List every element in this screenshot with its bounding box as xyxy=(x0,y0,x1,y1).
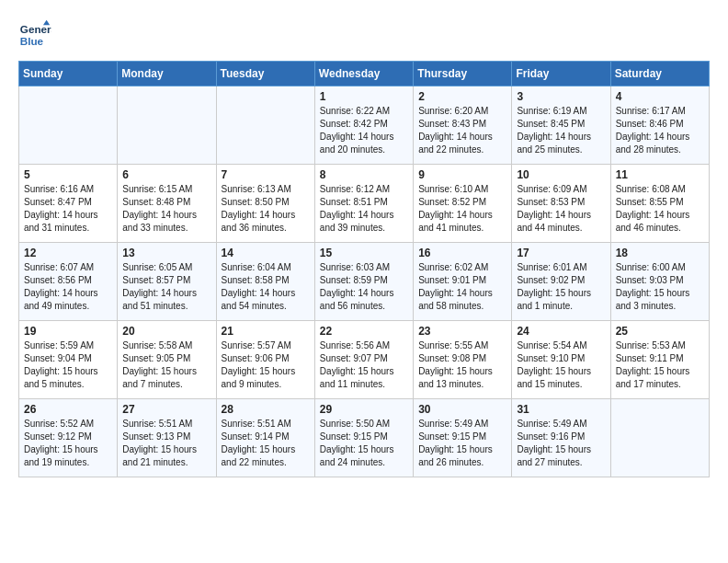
calendar-cell: 19Sunrise: 5:59 AM Sunset: 9:04 PM Dayli… xyxy=(19,321,118,399)
weekday-header-friday: Friday xyxy=(512,62,610,86)
day-number: 11 xyxy=(616,168,704,181)
svg-text:Blue: Blue xyxy=(20,35,44,47)
calendar-cell: 27Sunrise: 5:51 AM Sunset: 9:13 PM Dayli… xyxy=(118,399,216,477)
day-number: 19 xyxy=(24,325,112,338)
day-info: Sunrise: 6:10 AM Sunset: 8:52 PM Dayligh… xyxy=(418,183,506,235)
day-number: 24 xyxy=(517,325,605,338)
day-info: Sunrise: 6:02 AM Sunset: 9:01 PM Dayligh… xyxy=(418,261,506,313)
calendar-cell: 14Sunrise: 6:04 AM Sunset: 8:58 PM Dayli… xyxy=(216,243,314,321)
calendar-cell: 2Sunrise: 6:20 AM Sunset: 8:43 PM Daylig… xyxy=(414,86,512,165)
day-info: Sunrise: 6:22 AM Sunset: 8:42 PM Dayligh… xyxy=(320,105,408,156)
calendar-cell: 28Sunrise: 5:51 AM Sunset: 9:14 PM Dayli… xyxy=(216,399,314,477)
day-number: 9 xyxy=(418,168,506,181)
day-number: 12 xyxy=(24,247,112,259)
day-number: 6 xyxy=(122,168,210,181)
day-info: Sunrise: 5:50 AM Sunset: 9:15 PM Dayligh… xyxy=(320,418,408,469)
day-info: Sunrise: 5:59 AM Sunset: 9:04 PM Dayligh… xyxy=(24,339,112,391)
day-number: 28 xyxy=(222,403,310,416)
day-info: Sunrise: 5:51 AM Sunset: 9:14 PM Dayligh… xyxy=(222,418,310,469)
day-info: Sunrise: 5:49 AM Sunset: 9:16 PM Dayligh… xyxy=(517,418,605,469)
calendar-week-row: 1Sunrise: 6:22 AM Sunset: 8:42 PM Daylig… xyxy=(19,86,710,165)
day-info: Sunrise: 5:57 AM Sunset: 9:06 PM Dayligh… xyxy=(222,339,310,391)
day-number: 15 xyxy=(320,247,408,259)
day-info: Sunrise: 5:52 AM Sunset: 9:12 PM Dayligh… xyxy=(24,418,112,469)
weekday-header-saturday: Saturday xyxy=(610,62,709,86)
day-info: Sunrise: 5:54 AM Sunset: 9:10 PM Dayligh… xyxy=(517,339,605,391)
day-info: Sunrise: 6:01 AM Sunset: 9:02 PM Dayligh… xyxy=(517,261,605,313)
calendar-cell: 1Sunrise: 6:22 AM Sunset: 8:42 PM Daylig… xyxy=(314,86,413,165)
day-info: Sunrise: 6:00 AM Sunset: 9:03 PM Dayligh… xyxy=(616,261,704,313)
day-info: Sunrise: 6:13 AM Sunset: 8:50 PM Dayligh… xyxy=(222,183,310,235)
calendar-cell: 29Sunrise: 5:50 AM Sunset: 9:15 PM Dayli… xyxy=(314,399,413,477)
calendar-cell: 21Sunrise: 5:57 AM Sunset: 9:06 PM Dayli… xyxy=(216,321,314,399)
calendar-week-row: 5Sunrise: 6:16 AM Sunset: 8:47 PM Daylig… xyxy=(19,165,710,243)
calendar-cell xyxy=(118,86,216,165)
calendar-cell: 16Sunrise: 6:02 AM Sunset: 9:01 PM Dayli… xyxy=(414,243,512,321)
weekday-header-tuesday: Tuesday xyxy=(216,62,314,86)
calendar-cell: 11Sunrise: 6:08 AM Sunset: 8:55 PM Dayli… xyxy=(610,165,709,243)
calendar-body: 1Sunrise: 6:22 AM Sunset: 8:42 PM Daylig… xyxy=(19,86,710,477)
weekday-header-sunday: Sunday xyxy=(19,62,118,86)
weekday-header-thursday: Thursday xyxy=(414,62,512,86)
calendar-cell xyxy=(216,86,314,165)
day-info: Sunrise: 6:07 AM Sunset: 8:56 PM Dayligh… xyxy=(24,261,112,313)
calendar-cell: 25Sunrise: 5:53 AM Sunset: 9:11 PM Dayli… xyxy=(610,321,709,399)
day-number: 29 xyxy=(320,403,408,416)
calendar-week-row: 12Sunrise: 6:07 AM Sunset: 8:56 PM Dayli… xyxy=(19,243,710,321)
calendar-cell xyxy=(610,399,709,477)
day-number: 5 xyxy=(24,168,112,181)
calendar-cell: 31Sunrise: 5:49 AM Sunset: 9:16 PM Dayli… xyxy=(512,399,610,477)
day-number: 16 xyxy=(418,247,506,259)
logo-icon: General Blue xyxy=(18,18,51,52)
day-info: Sunrise: 6:15 AM Sunset: 8:48 PM Dayligh… xyxy=(122,183,210,235)
calendar-cell: 3Sunrise: 6:19 AM Sunset: 8:45 PM Daylig… xyxy=(512,86,610,165)
calendar-cell: 10Sunrise: 6:09 AM Sunset: 8:53 PM Dayli… xyxy=(512,165,610,243)
day-number: 2 xyxy=(418,90,506,103)
calendar-cell: 22Sunrise: 5:56 AM Sunset: 9:07 PM Dayli… xyxy=(314,321,413,399)
day-info: Sunrise: 6:05 AM Sunset: 8:57 PM Dayligh… xyxy=(122,261,210,313)
calendar-cell: 12Sunrise: 6:07 AM Sunset: 8:56 PM Dayli… xyxy=(19,243,118,321)
day-number: 7 xyxy=(222,168,310,181)
day-number: 1 xyxy=(320,90,408,103)
day-number: 31 xyxy=(517,403,605,416)
day-info: Sunrise: 6:17 AM Sunset: 8:46 PM Dayligh… xyxy=(616,105,704,156)
calendar-header: SundayMondayTuesdayWednesdayThursdayFrid… xyxy=(19,62,710,86)
day-info: Sunrise: 6:20 AM Sunset: 8:43 PM Dayligh… xyxy=(418,105,506,156)
calendar-table: SundayMondayTuesdayWednesdayThursdayFrid… xyxy=(18,61,710,477)
page-header: General Blue xyxy=(18,18,710,52)
day-info: Sunrise: 5:53 AM Sunset: 9:11 PM Dayligh… xyxy=(616,339,704,391)
day-number: 20 xyxy=(122,325,210,338)
day-number: 21 xyxy=(222,325,310,338)
weekday-header-monday: Monday xyxy=(118,62,216,86)
day-number: 10 xyxy=(517,168,605,181)
calendar-cell: 9Sunrise: 6:10 AM Sunset: 8:52 PM Daylig… xyxy=(414,165,512,243)
weekday-header-wednesday: Wednesday xyxy=(314,62,413,86)
day-number: 3 xyxy=(517,90,605,103)
calendar-cell: 30Sunrise: 5:49 AM Sunset: 9:15 PM Dayli… xyxy=(414,399,512,477)
day-number: 14 xyxy=(222,247,310,259)
day-info: Sunrise: 6:12 AM Sunset: 8:51 PM Dayligh… xyxy=(320,183,408,235)
calendar-cell: 24Sunrise: 5:54 AM Sunset: 9:10 PM Dayli… xyxy=(512,321,610,399)
day-number: 13 xyxy=(122,247,210,259)
calendar-cell: 26Sunrise: 5:52 AM Sunset: 9:12 PM Dayli… xyxy=(19,399,118,477)
calendar-cell: 15Sunrise: 6:03 AM Sunset: 8:59 PM Dayli… xyxy=(314,243,413,321)
calendar-cell: 6Sunrise: 6:15 AM Sunset: 8:48 PM Daylig… xyxy=(118,165,216,243)
calendar-cell: 23Sunrise: 5:55 AM Sunset: 9:08 PM Dayli… xyxy=(414,321,512,399)
calendar-cell: 20Sunrise: 5:58 AM Sunset: 9:05 PM Dayli… xyxy=(118,321,216,399)
day-info: Sunrise: 5:49 AM Sunset: 9:15 PM Dayligh… xyxy=(418,418,506,469)
day-info: Sunrise: 6:03 AM Sunset: 8:59 PM Dayligh… xyxy=(320,261,408,313)
day-number: 27 xyxy=(122,403,210,416)
calendar-cell: 13Sunrise: 6:05 AM Sunset: 8:57 PM Dayli… xyxy=(118,243,216,321)
day-info: Sunrise: 5:55 AM Sunset: 9:08 PM Dayligh… xyxy=(418,339,506,391)
day-number: 23 xyxy=(418,325,506,338)
calendar-cell: 4Sunrise: 6:17 AM Sunset: 8:46 PM Daylig… xyxy=(610,86,709,165)
calendar-week-row: 19Sunrise: 5:59 AM Sunset: 9:04 PM Dayli… xyxy=(19,321,710,399)
calendar-cell: 5Sunrise: 6:16 AM Sunset: 8:47 PM Daylig… xyxy=(19,165,118,243)
calendar-cell: 17Sunrise: 6:01 AM Sunset: 9:02 PM Dayli… xyxy=(512,243,610,321)
day-number: 26 xyxy=(24,403,112,416)
day-info: Sunrise: 6:04 AM Sunset: 8:58 PM Dayligh… xyxy=(222,261,310,313)
calendar-cell xyxy=(19,86,118,165)
day-info: Sunrise: 5:56 AM Sunset: 9:07 PM Dayligh… xyxy=(320,339,408,391)
day-info: Sunrise: 5:51 AM Sunset: 9:13 PM Dayligh… xyxy=(122,418,210,469)
calendar-cell: 8Sunrise: 6:12 AM Sunset: 8:51 PM Daylig… xyxy=(314,165,413,243)
